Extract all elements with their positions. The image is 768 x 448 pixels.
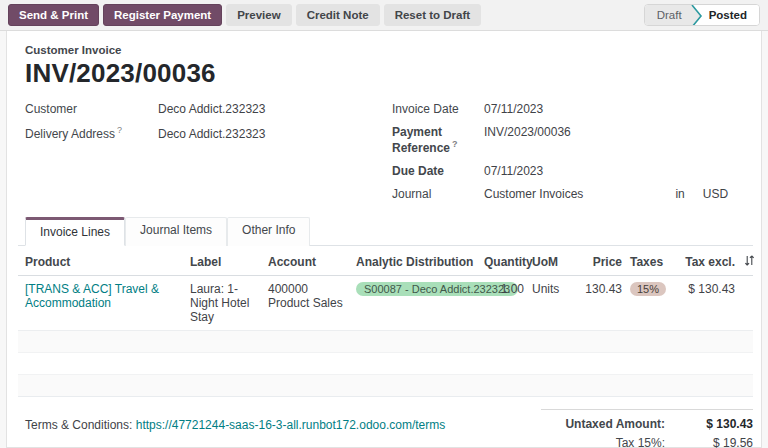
field-due-date: Due Date 07/11/2023 [392,164,753,178]
header-uom[interactable]: UoM [528,255,574,269]
untaxed-amount-row: Untaxed Amount: $ 130.43 [541,417,753,431]
terms-link[interactable]: https://47721244-saas-16-3-all.runbot172… [136,418,446,432]
help-icon: ? [452,139,458,149]
terms-and-conditions: Terms & Conditions: https://47721244-saa… [18,409,445,448]
empty-table-row [18,375,753,397]
tax-badge[interactable]: 15% [630,282,666,296]
status-bar: Draft Posted [644,4,760,26]
invoice-fields: Customer Deco Addict.232323 Delivery Add… [18,102,753,210]
untaxed-amount-label: Untaxed Amount: [565,417,665,431]
totals-block: Untaxed Amount: $ 130.43 Tax 15%: $ 19.5… [541,409,753,448]
row-analytic[interactable]: S00087 - Deco Addict.232323 [352,276,480,302]
journal-label: Journal [392,187,484,201]
header-quantity[interactable]: Quantity [480,255,528,269]
send-print-button[interactable]: Send & Print [8,4,99,26]
journal-in-text: in [675,187,684,201]
credit-note-button[interactable]: Credit Note [296,4,380,26]
invoice-date-value[interactable]: 07/11/2023 [484,102,543,116]
tab-journal-items[interactable]: Journal Items [125,217,227,246]
tax-label: Tax 15%: [616,436,665,448]
terms-label: Terms & Conditions: [25,418,132,432]
payment-reference-label-text: Payment Reference [392,125,450,155]
journal-currency-link[interactable]: USD [703,187,728,201]
header-label[interactable]: Label [186,255,264,269]
field-invoice-date: Invoice Date 07/11/2023 [392,102,753,116]
payment-reference-label: Payment Reference? [392,125,484,155]
control-panel: Send & Print Register Payment Preview Cr… [0,0,768,31]
tab-other-info[interactable]: Other Info [227,217,310,246]
status-chevron-icon [690,5,703,26]
table-row[interactable]: [TRANS & ACC] Travel & Accommodation Lau… [18,276,753,331]
tax-row: Tax 15%: $ 19.56 [541,436,753,448]
row-quantity[interactable]: 1.00 [480,276,528,302]
invoice-lines-table: Product Label Account Analytic Distribut… [18,246,753,397]
customer-value-link[interactable]: Deco Addict.232323 [158,102,265,116]
preview-button[interactable]: Preview [226,4,291,26]
delivery-address-value-link[interactable]: Deco Addict.232323 [158,127,265,141]
row-taxes[interactable]: 15% [626,276,678,302]
invoice-number: INV/2023/00036 [18,58,753,89]
row-product-link[interactable]: [TRANS & ACC] Travel & Accommodation [18,276,186,316]
field-customer: Customer Deco Addict.232323 [25,102,386,116]
payment-reference-value[interactable]: INV/2023/00036 [484,125,571,139]
invoice-form-sheet: Customer Invoice INV/2023/00036 Customer… [6,31,762,448]
journal-value[interactable]: Customer Invoices [484,187,583,201]
tab-invoice-lines[interactable]: Invoice Lines [25,217,125,246]
notebook-tabs: Invoice Lines Journal Items Other Info [18,216,753,246]
document-type-label: Customer Invoice [18,44,753,56]
delivery-address-label: Delivery Address? [25,125,158,141]
field-delivery-address: Delivery Address? Deco Addict.232323 [25,125,386,141]
header-account[interactable]: Account [264,255,352,269]
help-icon: ? [117,125,122,135]
invoice-date-label: Invoice Date [392,102,484,116]
due-date-label: Due Date [392,164,484,178]
row-label[interactable]: Laura: 1-Night Hotel Stay [186,276,264,330]
header-price[interactable]: Price [574,255,626,269]
table-header-row: Product Label Account Analytic Distribut… [18,246,753,276]
row-spacer [739,276,757,288]
due-date-value[interactable]: 07/11/2023 [484,164,543,178]
header-taxes[interactable]: Taxes [626,255,678,269]
reset-to-draft-button[interactable]: Reset to Draft [384,4,481,26]
register-payment-button[interactable]: Register Payment [103,4,222,26]
row-account[interactable]: 400000 Product Sales [264,276,352,316]
empty-table-row [18,331,753,353]
row-uom[interactable]: Units [528,276,574,302]
delivery-address-label-text: Delivery Address [25,127,115,141]
header-analytic-distribution[interactable]: Analytic Distribution [352,255,480,269]
sheet-footer: Terms & Conditions: https://47721244-saa… [18,409,753,448]
optional-columns-icon[interactable] [739,255,757,269]
status-step-draft[interactable]: Draft [645,5,690,25]
tax-value: $ 19.56 [665,436,753,448]
field-payment-reference: Payment Reference? INV/2023/00036 [392,125,753,155]
customer-label: Customer [25,102,158,116]
header-tax-excl[interactable]: Tax excl. [678,255,739,269]
status-step-posted[interactable]: Posted [703,5,759,25]
empty-table-row [18,353,753,375]
row-tax-excl: $ 130.43 [678,276,739,302]
header-product[interactable]: Product [18,255,186,269]
field-journal: Journal Customer Invoices in USD [392,187,753,201]
row-price[interactable]: 130.43 [574,276,626,302]
untaxed-amount-value: $ 130.43 [665,417,753,431]
